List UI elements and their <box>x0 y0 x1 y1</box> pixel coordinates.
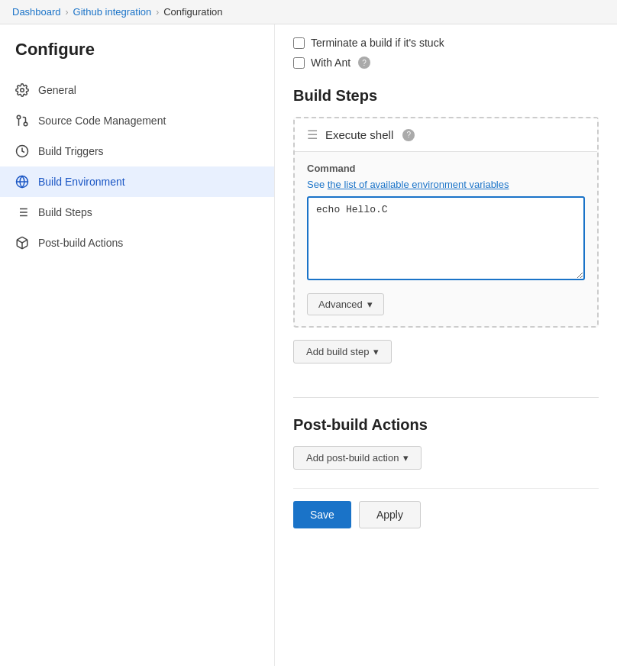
sidebar-item-post-build[interactable]: Post-build Actions <box>0 228 274 258</box>
with-ant-row: With Ant ? <box>293 57 599 69</box>
command-env-link[interactable]: See the list of available environment va… <box>307 179 585 190</box>
add-step-chevron-icon: ▾ <box>373 346 379 357</box>
advanced-chevron-icon: ▾ <box>367 299 373 310</box>
globe-icon <box>15 175 29 189</box>
advanced-label: Advanced <box>318 299 363 310</box>
apply-button[interactable]: Apply <box>359 501 421 528</box>
sidebar-triggers-label: Build Triggers <box>38 145 104 157</box>
sidebar-postbuild-label: Post-build Actions <box>38 237 123 249</box>
advanced-button[interactable]: Advanced ▾ <box>307 293 384 315</box>
add-step-label: Add build step <box>306 346 369 357</box>
clock-icon <box>15 144 29 158</box>
build-step-card: ☰ Execute shell ? Command See the list o… <box>293 117 599 328</box>
breadcrumb-sep-1: › <box>66 7 69 18</box>
add-build-step-button[interactable]: Add build step ▾ <box>293 340 392 363</box>
svg-point-1 <box>24 122 27 126</box>
git-icon <box>15 114 29 128</box>
gear-icon <box>15 83 29 97</box>
post-build-header: Post-build Actions <box>293 413 599 434</box>
command-link-text[interactable]: the list of available environment variab… <box>328 179 509 190</box>
breadcrumb-dashboard[interactable]: Dashboard <box>12 6 61 18</box>
breadcrumb: Dashboard › Github integration › Configu… <box>0 0 617 24</box>
terminate-row: Terminate a build if it's stuck <box>293 37 599 49</box>
add-post-chevron-icon: ▾ <box>403 452 409 464</box>
sidebar-general-label: General <box>38 84 76 96</box>
sidebar-source-label: Source Code Management <box>38 115 166 127</box>
add-post-build-button[interactable]: Add post-build action ▾ <box>293 446 422 470</box>
breadcrumb-github[interactable]: Github integration <box>73 6 152 18</box>
command-textarea[interactable]: echo Hello.C <box>307 196 585 280</box>
save-button[interactable]: Save <box>293 501 351 528</box>
breadcrumb-sep-2: › <box>156 7 159 18</box>
sidebar-environment-label: Build Environment <box>38 176 125 188</box>
checkbox-section: Terminate a build if it's stuck With Ant… <box>293 37 599 69</box>
sidebar-item-source-code[interactable]: Source Code Management <box>0 105 274 136</box>
post-build-section: Post-build Actions Add post-build action… <box>293 397 599 470</box>
breadcrumb-configuration: Configuration <box>163 6 222 18</box>
with-ant-help-icon[interactable]: ? <box>358 57 370 69</box>
sidebar-title: Configure <box>0 40 274 75</box>
drag-handle-icon[interactable]: ☰ <box>307 128 318 142</box>
sidebar: Configure General Source Code Management <box>0 24 275 666</box>
with-ant-label[interactable]: With Ant <box>311 57 350 69</box>
main-content: Terminate a build if it's stuck With Ant… <box>275 24 617 666</box>
execute-shell-title: Execute shell <box>325 128 393 141</box>
footer-buttons: Save Apply <box>293 488 599 528</box>
terminate-checkbox[interactable] <box>293 37 305 49</box>
svg-point-0 <box>21 89 24 92</box>
sidebar-item-build-environment[interactable]: Build Environment <box>0 166 274 197</box>
command-link-prefix: See <box>307 179 328 190</box>
with-ant-checkbox[interactable] <box>293 57 305 69</box>
command-label: Command <box>307 163 585 174</box>
svg-point-2 <box>17 115 21 119</box>
box-icon <box>15 236 29 250</box>
build-steps-header: Build Steps <box>293 84 599 105</box>
sidebar-item-general[interactable]: General <box>0 75 274 105</box>
sidebar-item-build-triggers[interactable]: Build Triggers <box>0 136 274 166</box>
add-post-label: Add post-build action <box>306 452 399 464</box>
sidebar-item-build-steps[interactable]: Build Steps <box>0 197 274 228</box>
build-step-header: ☰ Execute shell ? <box>295 118 597 152</box>
terminate-label[interactable]: Terminate a build if it's stuck <box>311 37 444 49</box>
execute-shell-help-icon[interactable]: ? <box>402 129 415 141</box>
sidebar-steps-label: Build Steps <box>38 206 92 218</box>
list-icon <box>15 205 29 219</box>
build-step-body: Command See the list of available enviro… <box>295 152 597 326</box>
